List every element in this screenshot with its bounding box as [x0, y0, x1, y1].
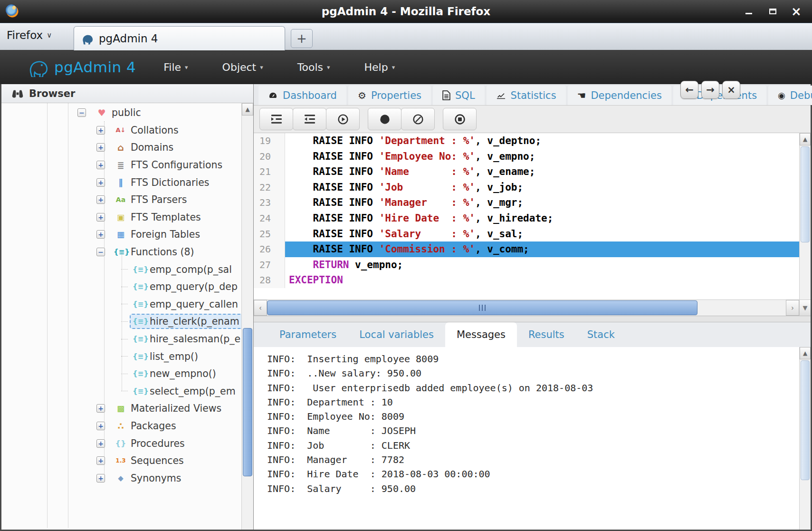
expand-icon[interactable]: + — [96, 195, 105, 204]
tree-item-fts-dictionaries[interactable]: +∥FTS Dictionaries — [1, 174, 241, 191]
continue-button[interactable] — [326, 108, 360, 130]
tab-debugger[interactable]: ◉Debugger — [768, 86, 812, 105]
expand-icon[interactable]: + — [96, 439, 105, 448]
tree-item-functions-8[interactable]: −{≡}Functions (8) — [1, 243, 241, 261]
tree-item-packages[interactable]: +∴Packages — [1, 417, 241, 435]
object-tree[interactable]: −♥public+A↓Collations+⌂Domains+≣FTS Conf… — [1, 103, 241, 530]
menu-label: Object — [222, 61, 257, 73]
close-button[interactable]: × — [722, 81, 740, 99]
maximize-button[interactable] — [767, 6, 778, 17]
panel-splitter[interactable] — [254, 316, 811, 322]
expand-icon[interactable]: + — [96, 474, 105, 483]
editor-vertical-scrollbar[interactable]: ▲ — [799, 133, 811, 299]
forward-button[interactable]: → — [701, 81, 719, 99]
tree-item-public[interactable]: −♥public — [1, 104, 241, 122]
firefox-menu-button[interactable]: Firefox ∨ — [7, 29, 52, 41]
scroll-up-icon[interactable]: ▲ — [800, 133, 811, 145]
tab-local-variables[interactable]: Local variables — [348, 322, 445, 347]
tree-node: ♥public — [92, 105, 147, 120]
step-into-button[interactable] — [259, 108, 293, 130]
message-line: INFO: Job : CLERK — [267, 438, 799, 453]
line-number: 24 — [254, 211, 285, 226]
tree-item-synonyms[interactable]: +◆Synonyms — [1, 469, 241, 487]
tree-item-new-empno[interactable]: {≡}new_empno() — [1, 365, 241, 383]
toggle-breakpoint-button[interactable] — [368, 108, 401, 130]
tab-dependencies[interactable]: ☚Dependencies — [568, 86, 671, 105]
menu-help[interactable]: Help▾ — [364, 61, 395, 73]
expand-icon[interactable]: + — [96, 230, 105, 239]
collapse-icon[interactable]: − — [77, 108, 86, 117]
stop-button[interactable] — [443, 108, 477, 130]
code-area[interactable]: 19 RAISE INFO 'Department : %', v_deptno… — [254, 133, 811, 299]
scroll-up-icon[interactable]: ▲ — [242, 103, 253, 116]
tab-properties[interactable]: ⚙Properties — [348, 86, 431, 105]
expand-icon[interactable]: + — [96, 456, 105, 465]
browser-tab-pgadmin[interactable]: pgAdmin 4 — [74, 26, 285, 50]
messages-vertical-scrollbar[interactable]: ▲ — [799, 347, 811, 530]
tree-scrollbar-thumb[interactable] — [243, 328, 252, 476]
package-icon: ∴ — [114, 421, 128, 431]
tab-messages[interactable]: Messages — [445, 322, 517, 347]
expand-icon[interactable]: + — [96, 143, 105, 152]
tree-item-sequences[interactable]: +1.3Sequences — [1, 452, 241, 470]
scroll-left-icon[interactable]: ‹ — [254, 300, 267, 316]
clear-breakpoints-button[interactable] — [401, 108, 435, 130]
editor-horizontal-scrollbar[interactable]: ‹ › ▼ — [254, 299, 811, 316]
tab-dashboard[interactable]: Dashboard — [258, 86, 346, 105]
code-token: v_empno; — [349, 259, 403, 270]
scroll-down-icon[interactable]: ▼ — [799, 300, 811, 316]
expand-icon[interactable]: + — [96, 126, 105, 135]
scroll-up-icon[interactable]: ▲ — [800, 347, 811, 359]
tree-item-hire-salesman-p-e[interactable]: {≡}hire_salesman(p_e — [1, 330, 241, 348]
function-icon: {≡} — [133, 369, 147, 378]
window-title: pgAdmin 4 - Mozilla Firefox — [0, 5, 812, 18]
tree-item-select-emp-p-em[interactable]: {≡}select_emp(p_em — [1, 383, 241, 400]
tree-scrollbar[interactable]: ▲ — [241, 103, 253, 530]
code-line: 22 RAISE INFO 'Job : %', v_job; — [254, 180, 799, 195]
expand-icon[interactable]: + — [96, 422, 105, 430]
new-tab-button[interactable]: + — [291, 29, 313, 48]
menu-file[interactable]: File▾ — [163, 61, 188, 73]
tree-item-fts-parsers[interactable]: +AaFTS Parsers — [1, 191, 241, 209]
tree-item-collations[interactable]: +A↓Collations — [1, 122, 241, 139]
tree-item-hire-clerk-p-enam[interactable]: {≡}hire_clerk(p_enam — [1, 313, 241, 330]
tree-node: {≡}hire_salesman(p_e — [130, 331, 241, 347]
hscroll-thumb[interactable] — [267, 300, 697, 315]
tree-item-emp-query-p-dep[interactable]: {≡}emp_query(p_dep — [1, 278, 241, 296]
tree-item-domains[interactable]: +⌂Domains — [1, 139, 241, 156]
tree-item-list-emp[interactable]: {≡}list_emp() — [1, 348, 241, 365]
maximize-icon — [769, 9, 776, 14]
editor-scrollbar-thumb[interactable] — [801, 146, 810, 242]
minimize-button[interactable] — [744, 6, 754, 17]
code-line: 21 RAISE INFO 'Name : %', v_ename; — [254, 164, 799, 180]
close-button[interactable]: × — [791, 6, 802, 17]
expand-icon[interactable]: + — [96, 213, 105, 222]
hscroll-track[interactable] — [267, 300, 786, 316]
chevron-down-icon: ▾ — [327, 64, 330, 71]
tree-item-emp-query-callen[interactable]: {≡}emp_query_callen — [1, 296, 241, 313]
tree-item-fts-templates[interactable]: +▣FTS Templates — [1, 209, 241, 226]
menu-tools[interactable]: Tools▾ — [297, 61, 330, 73]
code-text: RAISE INFO 'Salary : %', v_sal; — [285, 226, 799, 242]
domain-icon: ⌂ — [114, 142, 128, 153]
expand-icon[interactable]: + — [96, 404, 105, 413]
back-button[interactable]: ← — [680, 81, 698, 99]
messages-scrollbar-thumb[interactable] — [801, 360, 810, 480]
tree-item-fts-configurations[interactable]: +≣FTS Configurations — [1, 156, 241, 174]
scroll-right-icon[interactable]: › — [786, 300, 799, 316]
step-over-button[interactable] — [293, 108, 326, 130]
expand-icon[interactable]: + — [96, 178, 105, 187]
code-token — [289, 151, 313, 162]
tree-item-procedures[interactable]: +{}Procedures — [1, 434, 241, 452]
tree-item-emp-comp-p-sal[interactable]: {≡}emp_comp(p_sal — [1, 261, 241, 278]
tab-parameters[interactable]: Parameters — [268, 322, 348, 347]
tree-item-foreign-tables[interactable]: +▦Foreign Tables — [1, 226, 241, 243]
expand-icon[interactable]: + — [96, 161, 105, 169]
tab-sql[interactable]: SQL — [433, 86, 485, 105]
menu-object[interactable]: Object▾ — [222, 61, 263, 73]
tab-statistics[interactable]: Statistics — [487, 86, 566, 105]
tree-item-materialized-views[interactable]: +▩Materialized Views — [1, 400, 241, 417]
tab-results[interactable]: Results — [517, 322, 576, 347]
tab-stack[interactable]: Stack — [576, 322, 626, 347]
collapse-icon[interactable]: − — [96, 248, 105, 256]
